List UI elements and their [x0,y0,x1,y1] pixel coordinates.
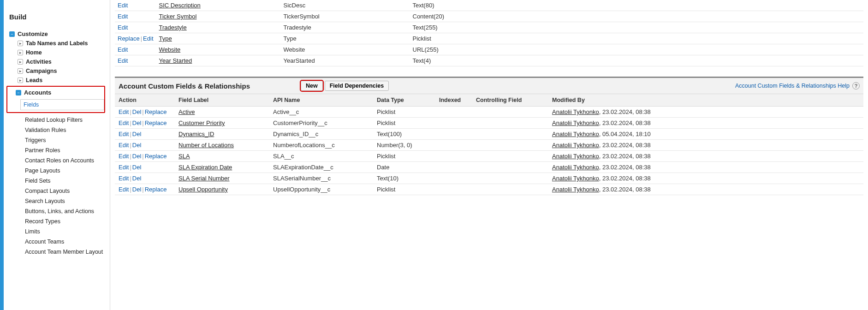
user-link[interactable]: Anatolii Tykhonko [552,108,599,115]
table-row: EditSIC DescriptionSicDescText(80) [115,0,863,11]
sidebar-item[interactable]: ▸Campaigns [18,66,105,76]
table-row: Edit|Del|ReplaceSLASLA__cPicklistAnatoli… [115,151,863,162]
data-type: Content(20) [410,11,864,22]
help-link[interactable]: Account Custom Fields & Relationships He… [735,83,850,89]
sidebar-item[interactable]: Compact Layouts [25,186,105,196]
edit-link[interactable]: Edit [118,2,128,9]
del-link[interactable]: Del [132,153,142,160]
indexed [435,140,472,151]
field-label-link[interactable]: Tradestyle [159,24,187,31]
controlling-field [472,151,548,162]
field-label-link[interactable]: Active [178,108,195,115]
data-type: Number(3, 0) [373,140,435,151]
sidebar: Build − Customize ▸Tab Names and Labels▸… [4,0,110,310]
field-label-link[interactable]: Year Started [159,57,192,64]
del-link[interactable]: Del [132,119,142,126]
edit-link[interactable]: Edit [119,186,129,193]
del-link[interactable]: Del [132,131,142,137]
sidebar-item[interactable]: Field Sets [25,176,105,186]
edit-link[interactable]: Edit [119,153,129,160]
del-link[interactable]: Del [132,164,142,171]
modified-by: Anatolii Tykhonko, 23.02.2024, 08:38 [548,140,863,151]
del-link[interactable]: Del [132,175,142,182]
data-type: Text(100) [373,129,435,140]
data-type: Picklist [410,33,864,44]
sidebar-item[interactable]: Partner Roles [25,145,105,155]
sidebar-item[interactable]: ▸Activities [18,57,105,66]
field-label-link[interactable]: Type [159,35,172,42]
field-label-link[interactable]: SIC Description [159,2,201,9]
table-row: Edit|Del|ReplaceActiveActive__cPicklistA… [115,107,863,118]
sidebar-item[interactable]: Buttons, Links, and Actions [25,206,105,216]
field-label-link[interactable]: SLA [178,153,190,160]
del-link[interactable]: Del [132,108,142,115]
edit-link[interactable]: Edit [119,131,129,137]
user-link[interactable]: Anatolii Tykhonko [552,175,599,182]
th-label: Field Label [175,94,269,107]
custom-fields-table: Action Field Label API Name Data Type In… [115,94,863,195]
replace-link[interactable]: Replace [145,186,167,193]
field-label-link[interactable]: Upsell Opportunity [178,186,228,193]
help-icon[interactable]: ? [852,82,860,89]
edit-link[interactable]: Edit [119,164,129,171]
sidebar-item[interactable]: Account Teams [25,237,105,247]
edit-link[interactable]: Edit [118,46,128,53]
sidebar-item[interactable]: Related Lookup Filters [25,115,105,125]
field-label-link[interactable]: Ticker Symbol [159,13,197,20]
sidebar-item[interactable]: Record Types [25,216,105,227]
api-name: SLAExpirationDate__c [269,162,373,173]
modified-by: Anatolii Tykhonko, 23.02.2024, 08:38 [548,184,863,195]
user-link[interactable]: Anatolii Tykhonko [552,164,599,171]
sidebar-item[interactable]: Page Layouts [25,166,105,176]
replace-link[interactable]: Replace [118,35,140,42]
edit-link[interactable]: Edit [118,24,128,31]
edit-link[interactable]: Edit [119,142,129,149]
minus-icon: − [16,90,21,95]
user-link[interactable]: Anatolii Tykhonko [552,119,599,126]
field-label-link[interactable]: SLA Expiration Date [178,164,232,171]
modified-by: Anatolii Tykhonko, 23.02.2024, 08:38 [548,118,863,129]
new-button[interactable]: New [301,81,323,91]
replace-link[interactable]: Replace [145,153,167,160]
field-label-link[interactable]: Number of Locations [178,142,234,149]
plus-icon: ▸ [18,50,23,55]
edit-link[interactable]: Edit [118,57,128,64]
sidebar-item[interactable]: Limits [25,227,105,237]
field-label-link[interactable]: SLA Serial Number [178,175,230,182]
field-dependencies-button[interactable]: Field Dependencies [325,81,389,91]
table-header-row: Action Field Label API Name Data Type In… [115,94,863,107]
th-api: API Name [269,94,373,107]
edit-link[interactable]: Edit [119,108,129,115]
sidebar-item[interactable]: Account Team Member Layout [25,247,105,257]
user-link[interactable]: Anatolii Tykhonko [552,153,599,160]
tree-accounts[interactable]: − Accounts [16,88,104,97]
replace-link[interactable]: Replace [145,108,167,115]
api-name: CustomerPriority__c [269,118,373,129]
sidebar-item[interactable]: ▸Home [18,48,105,57]
edit-link[interactable]: Edit [118,13,128,20]
sidebar-item[interactable]: Validation Rules [25,125,105,135]
field-label-link[interactable]: Customer Priority [178,119,225,126]
edit-link[interactable]: Edit [119,119,129,126]
del-link[interactable]: Del [132,142,142,149]
field-label-link[interactable]: Dynamics_ID [178,131,214,137]
sidebar-item[interactable]: ▸Tab Names and Labels [18,39,105,48]
modified-by: Anatolii Tykhonko, 23.02.2024, 08:38 [548,162,863,173]
sidebar-item[interactable]: Contact Roles on Accounts [25,155,105,166]
edit-link[interactable]: Edit [119,175,129,182]
sidebar-item[interactable]: Search Layouts [25,196,105,206]
user-link[interactable]: Anatolii Tykhonko [552,186,599,193]
tree-customize[interactable]: − Customize [9,29,105,39]
replace-link[interactable]: Replace [145,119,167,126]
sidebar-item[interactable]: ▸Leads [18,76,105,85]
data-type: Text(4) [410,55,864,66]
del-link[interactable]: Del [132,186,142,193]
api-name: Type [281,33,410,44]
controlling-field [472,107,548,118]
user-link[interactable]: Anatolii Tykhonko [552,131,599,137]
sidebar-item[interactable]: Triggers [25,135,105,145]
sidebar-item-fields[interactable]: Fields [20,99,104,110]
edit-link[interactable]: Edit [143,35,153,42]
field-label-link[interactable]: Website [159,46,181,53]
user-link[interactable]: Anatolii Tykhonko [552,142,599,149]
